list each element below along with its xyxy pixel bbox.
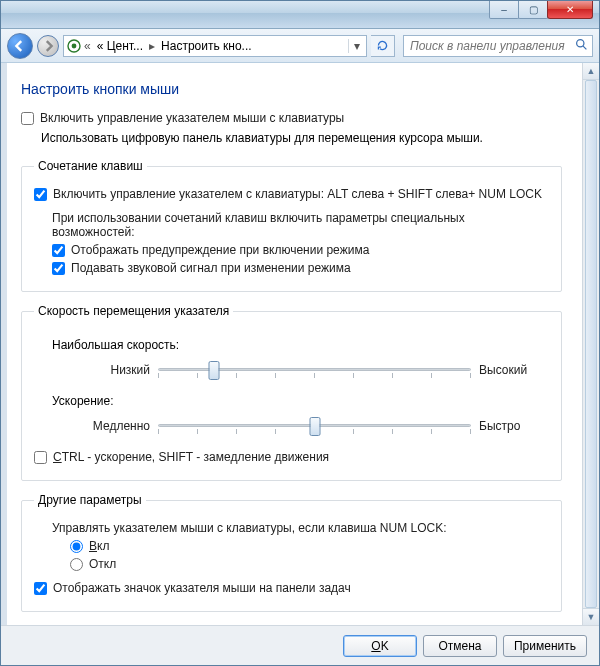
vertical-scrollbar[interactable]: ▲ ▼ xyxy=(582,63,599,625)
enable-shortcut-label: Включить управление указателем с клавиат… xyxy=(53,187,542,201)
shortcuts-group: Сочетание клавиш Включить управление ука… xyxy=(21,159,562,292)
address-bar[interactable]: « « Цент... ▸ Настроить кно... ▾ xyxy=(63,35,367,57)
on-use-label: При использовании сочетаний клавиш включ… xyxy=(52,211,549,239)
tray-icon-row: Отображать значок указателя мыши на пане… xyxy=(34,581,549,595)
svg-line-3 xyxy=(583,46,586,49)
numlock-label: Управлять указателем мыши с клавиатуры, … xyxy=(52,521,447,535)
tray-icon-checkbox[interactable] xyxy=(34,582,47,595)
content-scroll: Настроить кнопки мыши Включить управлени… xyxy=(1,63,582,625)
address-dropdown[interactable]: ▾ xyxy=(348,39,364,53)
tray-icon-label: Отображать значок указателя мыши на пане… xyxy=(53,581,351,595)
breadcrumb-1[interactable]: « Цент... xyxy=(93,39,147,53)
ok-button[interactable]: OK xyxy=(343,635,417,657)
show-warning-checkbox[interactable] xyxy=(52,244,65,257)
page-title: Настроить кнопки мыши xyxy=(21,81,562,97)
speed-legend: Скорость перемещения указателя xyxy=(34,304,233,318)
cancel-button[interactable]: Отмена xyxy=(423,635,497,657)
description-text: Использовать цифровую панель клавиатуры … xyxy=(41,131,562,145)
on-use-text: При использовании сочетаний клавиш включ… xyxy=(52,211,549,239)
search-icon[interactable] xyxy=(575,38,588,54)
enable-keyboard-pointer-label: Включить управление указателем мыши с кл… xyxy=(40,111,344,125)
scroll-thumb[interactable] xyxy=(585,80,597,608)
dialog-window: – ▢ ✕ « « Цент... ▸ Настроить кно... ▾ xyxy=(0,0,600,666)
minimize-button[interactable]: – xyxy=(489,1,519,19)
content-area: Настроить кнопки мыши Включить управлени… xyxy=(1,63,599,625)
window-controls: – ▢ ✕ xyxy=(490,1,593,19)
ctrl-shift-row: CTRL - ускорение, SHIFT - замедление дви… xyxy=(34,450,549,464)
chevron-right-icon: ▸ xyxy=(147,39,157,53)
numlock-on-label: Вкл xyxy=(89,539,109,553)
accel-slider-row: Медленно Быстро xyxy=(70,414,549,438)
numlock-on-row: Вкл xyxy=(70,539,549,553)
refresh-icon xyxy=(376,39,389,52)
maximize-button[interactable]: ▢ xyxy=(518,1,548,19)
numlock-off-label: Откл xyxy=(89,557,116,571)
chevron-icon: « xyxy=(82,39,93,53)
slider-thumb[interactable] xyxy=(209,361,220,380)
speed-high-label: Высокий xyxy=(479,363,549,377)
scroll-up-arrow[interactable]: ▲ xyxy=(583,63,599,80)
accel-fast-label: Быстро xyxy=(479,419,549,433)
max-speed-label: Наибольшая скорость: xyxy=(52,338,549,352)
dialog-footer: OK Отмена Применить xyxy=(1,625,599,665)
slider-track xyxy=(158,368,471,371)
slider-thumb[interactable] xyxy=(309,417,320,436)
back-button[interactable] xyxy=(7,33,33,59)
speed-group: Скорость перемещения указателя Наибольша… xyxy=(21,304,562,481)
enable-keyboard-pointer-row: Включить управление указателем мыши с кл… xyxy=(21,111,562,125)
scroll-track[interactable] xyxy=(583,80,599,608)
show-warning-label: Отображать предупреждение при включении … xyxy=(71,243,369,257)
play-sound-row: Подавать звуковой сигнал при изменении р… xyxy=(52,261,549,275)
search-input[interactable] xyxy=(408,38,575,54)
play-sound-label: Подавать звуковой сигнал при изменении р… xyxy=(71,261,351,275)
refresh-button[interactable] xyxy=(371,35,395,57)
apply-button[interactable]: Применить xyxy=(503,635,587,657)
shortcuts-legend: Сочетание клавиш xyxy=(34,159,147,173)
svg-point-1 xyxy=(72,43,77,48)
accel-slider[interactable] xyxy=(158,414,471,438)
enable-keyboard-pointer-checkbox[interactable] xyxy=(21,112,34,125)
max-speed-slider-row: Низкий Высокий xyxy=(70,358,549,382)
scroll-down-arrow[interactable]: ▼ xyxy=(583,608,599,625)
search-bar[interactable] xyxy=(403,35,593,57)
numlock-off-row: Откл xyxy=(70,557,549,571)
show-warning-row: Отображать предупреждение при включении … xyxy=(52,243,549,257)
max-speed-slider[interactable] xyxy=(158,358,471,382)
control-panel-icon xyxy=(66,38,82,54)
other-group: Другие параметры Управлять указателем мы… xyxy=(21,493,562,612)
close-button[interactable]: ✕ xyxy=(547,1,593,19)
accel-slow-label: Медленно xyxy=(70,419,150,433)
arrow-left-icon xyxy=(14,40,26,52)
titlebar: – ▢ ✕ xyxy=(1,1,599,29)
breadcrumb-2[interactable]: Настроить кно... xyxy=(157,39,256,53)
navigation-bar: « « Цент... ▸ Настроить кно... ▾ xyxy=(1,29,599,63)
play-sound-checkbox[interactable] xyxy=(52,262,65,275)
speed-low-label: Низкий xyxy=(70,363,150,377)
ctrl-shift-label: CTRL - ускорение, SHIFT - замедление дви… xyxy=(53,450,329,464)
arrow-right-icon xyxy=(42,40,54,52)
ctrl-shift-checkbox[interactable] xyxy=(34,451,47,464)
enable-shortcut-row: Включить управление указателем с клавиат… xyxy=(34,187,549,201)
numlock-on-radio[interactable] xyxy=(70,540,83,553)
enable-shortcut-checkbox[interactable] xyxy=(34,188,47,201)
forward-button[interactable] xyxy=(37,35,59,57)
other-legend: Другие параметры xyxy=(34,493,146,507)
numlock-text: Управлять указателем мыши с клавиатуры, … xyxy=(52,521,549,535)
accel-label: Ускорение: xyxy=(52,394,549,408)
svg-point-2 xyxy=(577,39,584,46)
numlock-off-radio[interactable] xyxy=(70,558,83,571)
slider-ticks xyxy=(158,373,471,379)
